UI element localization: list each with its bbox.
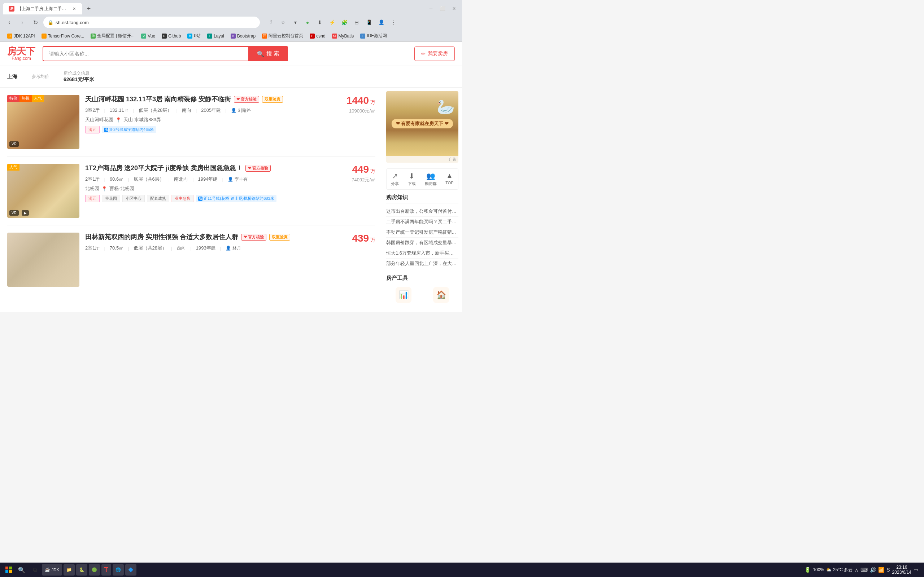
- price-total: 1440 万: [325, 95, 375, 106]
- agent-icon: 👤: [228, 177, 233, 182]
- listing-card: 田林新苑双西的两房 实用性很强 合适大多数居住人群 ❤ 官方核验 双重验真 2室…: [7, 226, 375, 294]
- price-total: 439 万: [325, 233, 375, 244]
- listing-image[interactable]: [7, 233, 79, 287]
- devices-icon[interactable]: 📱: [364, 17, 374, 27]
- verify-badge: 双重验真: [269, 234, 290, 240]
- listing-title[interactable]: 1T2户商品房 送20平大院子 ji度希缺 卖房出国急急急！ ❤ 官方核验: [85, 164, 319, 172]
- official-badge: ❤ 官方核验: [246, 165, 271, 172]
- listing-title[interactable]: 田林新苑双西的两房 实用性很强 合适大多数居住人群 ❤ 官方核验 双重验真: [85, 233, 319, 241]
- profile-icon[interactable]: 👤: [376, 17, 386, 27]
- listing-image[interactable]: 特价 热搜 人气 VR: [7, 95, 79, 149]
- sell-icon: ✏: [421, 51, 426, 56]
- tab-title: 【上海二手房|上海二手房出售】: [17, 6, 68, 12]
- split-icon[interactable]: ⊟: [352, 17, 362, 27]
- tag-manwu: 满五: [85, 195, 100, 202]
- bookmark-bootstrap[interactable]: B Bootstrap: [228, 32, 258, 40]
- bookmark-csdn[interactable]: C csnd: [307, 32, 328, 40]
- group-action[interactable]: 👥 购房群: [422, 169, 439, 189]
- minimize-button[interactable]: ─: [426, 3, 436, 14]
- bookmark-jdk[interactable]: J JDK 12API: [4, 32, 38, 40]
- play-badge[interactable]: ▶: [22, 210, 29, 216]
- bookmark-vue[interactable]: V Vue: [138, 32, 158, 40]
- location-icon: 📍: [115, 117, 121, 122]
- chart-icon: 📊: [396, 287, 412, 303]
- tab-close-button[interactable]: ✕: [72, 6, 76, 11]
- listing-attrs: 2室1厅 | 70.5㎡ | 低层（共28层） | 西向 | 1993年建 | …: [85, 245, 319, 251]
- forward-button[interactable]: ›: [17, 17, 27, 27]
- sidebar-tools: 📊 🏠: [386, 287, 459, 303]
- site-header: 房天下 Fang.com 🔍 搜 索 ✏ 我要卖房: [0, 42, 462, 66]
- share-icon[interactable]: ⤴: [266, 17, 276, 27]
- listing-card: 人气 VR ▶ 1T2户商品房 送20平大院子 ji度希缺 卖房出国急急急！ ❤…: [7, 156, 375, 226]
- location-icon: 📍: [102, 186, 107, 192]
- agent-icon: 👤: [226, 246, 231, 251]
- tab-favicon: 房: [9, 6, 15, 11]
- url-display: sh.esf.fang.com: [56, 20, 89, 25]
- listing-title[interactable]: 天山河畔花园 132.11平3居 南向精装修 安静不临街 ❤ 官方核验 双重验真: [85, 95, 319, 103]
- listing-list: 特价 热搜 人气 VR 天山河畔花园 132.11平3居 南向精装修 安静不临街…: [0, 88, 383, 312]
- verify-badge: 双重验真: [262, 96, 283, 103]
- address-bar[interactable]: 🔒 sh.esf.fang.com: [43, 16, 260, 28]
- agent-name: 👤 李丰有: [228, 176, 247, 182]
- listing-info: 1T2户商品房 送20平大院子 ji度希缺 卖房出国急急急！ ❤ 官方核验 2室…: [85, 164, 319, 218]
- sidebar: 🦢 ❤ 有爱有家就在房天下 ❤ 广告 ↗ 分享 ⬇ 下载: [383, 88, 462, 312]
- new-tab-button[interactable]: +: [84, 3, 94, 14]
- stats-bar: 上海 参考均价 房价成交信息 62681元/平米: [0, 66, 462, 88]
- listing-location: 天山河畔花园 📍 天山-水城路883弄: [85, 116, 319, 123]
- close-button[interactable]: ✕: [449, 3, 459, 14]
- sell-button[interactable]: ✏ 我要卖房: [414, 47, 455, 61]
- official-badge: ❤ 官方核验: [241, 234, 267, 240]
- search-input[interactable]: [43, 46, 248, 61]
- tag-manwu: 满五: [85, 126, 100, 134]
- logo[interactable]: 房天下 Fang.com: [7, 47, 36, 61]
- reload-button[interactable]: ↻: [30, 17, 40, 27]
- listing-attrs: 3室2厅 | 132.11㎡ | 低层（共28层） | 南向 | 2005年建 …: [85, 107, 319, 114]
- vr-badge[interactable]: VR: [10, 210, 19, 216]
- share-action[interactable]: ↗ 分享: [388, 169, 402, 189]
- download-icon[interactable]: ⬇: [315, 17, 325, 27]
- tag-urgent: 业主急售: [171, 195, 194, 202]
- download-icon: ⬇: [409, 172, 415, 180]
- knowledge-link[interactable]: 恒大1.6万套现房入市，新手买房应...: [386, 248, 459, 259]
- listing-location: 北杨园 📍 曹杨-北杨园: [85, 185, 319, 192]
- bookmark-tensorflow[interactable]: T TensorFlow Core...: [39, 32, 87, 40]
- vr-badge[interactable]: VR: [10, 141, 19, 147]
- bookmark-aliyun[interactable]: 阿 阿里云控制台首页: [259, 32, 306, 40]
- share-icon: ↗: [392, 172, 398, 180]
- bookmark-ide[interactable]: I IDE激活网: [357, 32, 390, 40]
- extensions-icon[interactable]: 🧩: [339, 17, 349, 27]
- tool-chart[interactable]: 📊: [396, 287, 412, 303]
- price-per: 109000元/㎡: [325, 108, 375, 114]
- bookmark-layui[interactable]: L Layui: [204, 32, 227, 40]
- knowledge-link[interactable]: 韩国房价跌穿，有区域成交量暴跌7...: [386, 238, 459, 248]
- tools-section: 房产工具 📊 🏠: [386, 275, 459, 303]
- search-button[interactable]: 🔍 搜 索: [248, 46, 288, 61]
- listing-info: 天山河畔花园 132.11平3居 南向精装修 安静不临街 ❤ 官方核验 双重验真…: [85, 95, 319, 149]
- top-action[interactable]: ▲ TOP: [443, 169, 456, 189]
- knowledge-link[interactable]: 部分年轻人重回北上广深，在大城...: [386, 259, 459, 269]
- badge-tejia: 特价: [7, 95, 19, 102]
- menu-icon[interactable]: ⋮: [388, 17, 399, 27]
- addon-icon[interactable]: ⚡: [327, 17, 337, 27]
- bookmark-icon[interactable]: ☆: [278, 17, 288, 27]
- listing-price: 449 万 74092元/㎡: [325, 164, 375, 218]
- knowledge-link[interactable]: 二手房不满两年能买吗？买二手房...: [386, 217, 459, 227]
- extension-icon[interactable]: ▾: [290, 17, 300, 27]
- listing-image[interactable]: 人气 VR ▶: [7, 164, 79, 218]
- bookmark-mybatis[interactable]: M MyBatis: [329, 32, 357, 40]
- tool-home[interactable]: 🏠: [433, 287, 449, 303]
- sidebar-ad[interactable]: 🦢 ❤ 有爱有家就在房天下 ❤ 广告: [386, 91, 459, 163]
- bookmark-bilibili[interactable]: b b站: [184, 32, 204, 40]
- search-icon: 🔍: [257, 50, 264, 57]
- bookmarks-bar: J JDK 12API T TensorFlow Core... 微 全局配置 …: [0, 30, 462, 42]
- knowledge-link[interactable]: 不动产统一登记引发房产税征猎...: [386, 227, 459, 238]
- wechat-icon[interactable]: ●: [302, 17, 313, 27]
- browser-tab[interactable]: 房 【上海二手房|上海二手房出售】 ✕: [3, 3, 82, 15]
- download-action[interactable]: ⬇ 下载: [405, 169, 419, 189]
- maximize-button[interactable]: ⬜: [438, 3, 447, 14]
- back-button[interactable]: ‹: [4, 17, 15, 27]
- bookmark-wechat[interactable]: 微 全局配置 | 微信开...: [88, 32, 137, 40]
- bookmark-github[interactable]: G Github: [159, 32, 184, 40]
- knowledge-link[interactable]: 这市出台新政，公积金可付首付！...: [386, 206, 459, 217]
- listing-card: 特价 热搜 人气 VR 天山河畔花园 132.11平3居 南向精装修 安静不临街…: [7, 88, 375, 156]
